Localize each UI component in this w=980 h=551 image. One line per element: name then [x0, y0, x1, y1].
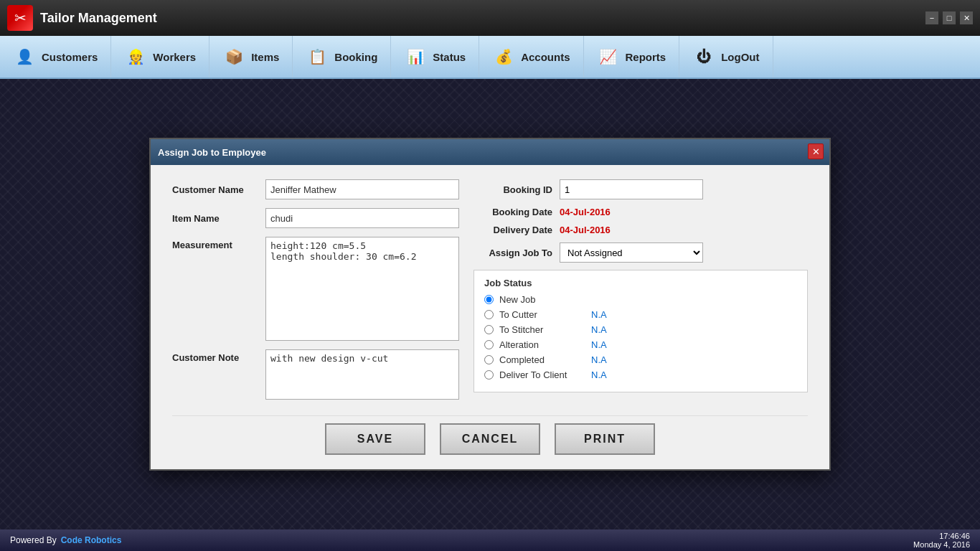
save-button[interactable]: SAVE	[325, 423, 425, 455]
delivery-date-value: 04-Jul-2016	[560, 225, 611, 235]
radio-new-job: New Job	[484, 294, 797, 305]
completed-na: N.A	[591, 354, 607, 365]
radio-deliver-to-client-label: Deliver To Client	[499, 369, 571, 380]
maximize-button[interactable]: □	[943, 11, 956, 24]
radio-to-stitcher: To Stitcher N.A	[484, 324, 797, 335]
modal-overlay: Assign Job to Employee ✕ Customer Name I…	[0, 79, 980, 529]
item-name-input[interactable]	[265, 208, 459, 228]
booking-date-value: 04-Jul-2016	[560, 207, 611, 217]
delivery-date-group: Delivery Date 04-Jul-2016	[473, 225, 808, 235]
nav-accounts-label: Accounts	[521, 51, 570, 63]
to-stitcher-na: N.A	[591, 324, 607, 335]
customers-icon: 👤	[13, 45, 36, 68]
nav-customers[interactable]: 👤 Customers	[0, 36, 111, 77]
radio-alteration: Alteration N.A	[484, 339, 797, 350]
nav-items-label: Items	[251, 51, 279, 63]
customer-note-group: Customer Note	[172, 349, 459, 400]
measurement-textarea[interactable]	[265, 237, 459, 341]
nav-workers[interactable]: 👷 Workers	[111, 36, 209, 77]
assign-job-label: Assign Job To	[473, 248, 552, 258]
button-row: SAVE CANCEL PRINT	[172, 415, 808, 455]
nav-workers-label: Workers	[153, 51, 196, 63]
booking-date-label: Booking Date	[473, 207, 552, 217]
booking-date-group: Booking Date 04-Jul-2016	[473, 207, 808, 217]
radio-alteration-input[interactable]	[484, 340, 494, 349]
radio-completed: Completed N.A	[484, 354, 797, 365]
job-status-panel: Job Status New Job To Cutter N.A	[473, 270, 808, 392]
status-time: 17:46:46	[939, 532, 970, 540]
main-background: Assign Job to Employee ✕ Customer Name I…	[0, 79, 980, 529]
nav-items[interactable]: 📦 Items	[209, 36, 293, 77]
dialog-title: Assign Job to Employee	[158, 147, 266, 158]
left-column: Customer Name Item Name Measurement	[172, 179, 459, 408]
navbar: 👤 Customers 👷 Workers 📦 Items 📋 Booking …	[0, 36, 980, 79]
customer-name-group: Customer Name	[172, 179, 459, 199]
window-controls: − □ ✕	[925, 11, 973, 24]
radio-new-job-label: New Job	[499, 294, 571, 305]
reports-icon: 📈	[597, 45, 620, 68]
nav-accounts[interactable]: 💰 Accounts	[479, 36, 583, 77]
deliver-to-client-na: N.A	[591, 369, 607, 380]
title-bar: ✂ Tailor Management − □ ✕	[0, 0, 980, 36]
logout-icon: ⏻	[692, 45, 715, 68]
status-icon: 📊	[404, 45, 427, 68]
item-name-group: Item Name	[172, 208, 459, 228]
dialog: Assign Job to Employee ✕ Customer Name I…	[149, 138, 831, 471]
powered-by-text: Powered By	[10, 535, 57, 545]
radio-to-stitcher-input[interactable]	[484, 325, 494, 334]
booking-id-label: Booking ID	[473, 184, 552, 195]
nav-logout[interactable]: ⏻ LogOut	[679, 36, 773, 77]
dialog-close-button[interactable]: ✕	[808, 143, 824, 159]
statusbar-datetime: 17:46:46 Monday 4, 2016	[913, 532, 970, 549]
close-button[interactable]: ✕	[960, 11, 973, 24]
radio-to-cutter-input[interactable]	[484, 310, 494, 319]
status-date: Monday 4, 2016	[913, 540, 970, 549]
nav-logout-label: LogOut	[721, 51, 759, 63]
radio-deliver-to-client: Deliver To Client N.A	[484, 369, 797, 380]
nav-reports[interactable]: 📈 Reports	[584, 36, 680, 77]
minimize-button[interactable]: −	[925, 11, 938, 24]
job-status-title: Job Status	[484, 278, 797, 288]
measurement-group: Measurement	[172, 237, 459, 341]
item-name-label: Item Name	[172, 213, 258, 224]
app-title: Tailor Management	[40, 11, 157, 26]
measurement-label: Measurement	[172, 237, 258, 250]
customer-note-label: Customer Note	[172, 349, 258, 363]
dialog-body: Customer Name Item Name Measurement	[151, 165, 829, 469]
radio-to-cutter-label: To Cutter	[499, 309, 571, 320]
statusbar: Powered By Code Robotics 17:46:46 Monday…	[0, 529, 980, 551]
customer-note-textarea[interactable]	[265, 349, 459, 400]
assign-job-group: Assign Job To Not Assigned	[473, 242, 808, 263]
customer-name-label: Customer Name	[172, 184, 258, 195]
booking-id-group: Booking ID	[473, 179, 808, 199]
radio-to-stitcher-label: To Stitcher	[499, 324, 571, 335]
radio-alteration-label: Alteration	[499, 339, 571, 350]
company-name: Code Robotics	[61, 535, 122, 545]
booking-id-input[interactable]	[560, 179, 703, 199]
customer-name-input[interactable]	[265, 179, 459, 199]
nav-status-label: Status	[433, 51, 466, 63]
accounts-icon: 💰	[492, 45, 515, 68]
nav-customers-label: Customers	[42, 51, 98, 63]
print-button[interactable]: PRINT	[555, 423, 655, 455]
app-icon: ✂	[7, 5, 33, 31]
main-layout: Customer Name Item Name Measurement	[172, 179, 808, 408]
alteration-na: N.A	[591, 339, 607, 350]
radio-new-job-input[interactable]	[484, 295, 494, 304]
assign-job-select[interactable]: Not Assigned	[560, 242, 703, 263]
radio-to-cutter: To Cutter N.A	[484, 309, 797, 320]
powered-by: Powered By Code Robotics	[10, 535, 121, 545]
cancel-button[interactable]: CANCEL	[440, 423, 540, 455]
nav-booking[interactable]: 📋 Booking	[293, 36, 391, 77]
booking-icon: 📋	[306, 45, 329, 68]
nav-status[interactable]: 📊 Status	[391, 36, 479, 77]
items-icon: 📦	[222, 45, 245, 68]
radio-deliver-to-client-input[interactable]	[484, 370, 494, 380]
delivery-date-label: Delivery Date	[473, 225, 552, 235]
workers-icon: 👷	[124, 45, 147, 68]
radio-completed-label: Completed	[499, 354, 571, 365]
dialog-titlebar: Assign Job to Employee ✕	[151, 139, 829, 165]
to-cutter-na: N.A	[591, 309, 607, 320]
nav-reports-label: Reports	[626, 51, 666, 63]
radio-completed-input[interactable]	[484, 355, 494, 364]
